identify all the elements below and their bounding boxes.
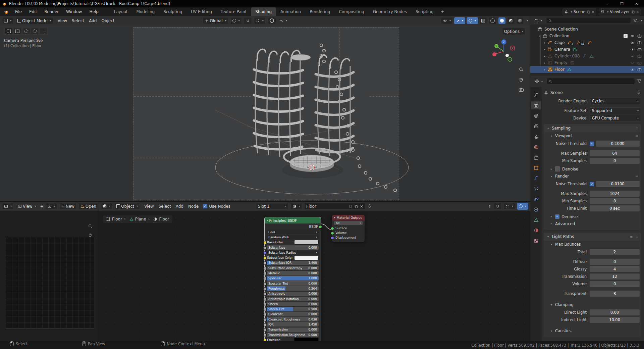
workspace-tab[interactable]: Sculpting [159, 7, 186, 16]
maximize-button[interactable]: ❐ [614, 0, 629, 7]
panel-header[interactable]: ▾Light Paths≡ ∷ [544, 233, 641, 241]
viewport-menu-item[interactable]: Object [99, 18, 117, 23]
expand-arrow[interactable]: ▸ [543, 48, 546, 51]
editor-type-button[interactable]: ▾ [2, 203, 14, 210]
proportional-editing-toggle[interactable] [268, 17, 276, 24]
proportional-falloff-dropdown[interactable]: ∿▾ [278, 17, 289, 24]
node-param-row[interactable]: Clearcoat Roughness 0.030 ▾ [267, 317, 319, 321]
chevron-down-icon[interactable]: ▾ [641, 19, 642, 22]
image-editor-grid[interactable] [6, 237, 94, 329]
value-field[interactable]: 0.1000 [596, 141, 640, 147]
slot-dropdown[interactable]: Slot 1▾ [256, 203, 288, 210]
go-parent-node-tree-icon[interactable] [487, 204, 492, 209]
disable-render-camera-icon[interactable] [637, 41, 642, 45]
camera-view-icon[interactable] [519, 87, 524, 92]
input-socket[interactable] [263, 298, 267, 301]
node-param-row[interactable]: Roughness 0.364 ▾ [267, 286, 319, 291]
show-object-types-dropdown[interactable]: ▾ [441, 17, 453, 24]
dropdown[interactable]: GPU Compute▾ [590, 115, 641, 121]
snap-toggle[interactable] [494, 203, 502, 210]
unlink-scene-icon[interactable]: × [592, 10, 594, 14]
outliner-row[interactable]: ▸ Floor ✓ [530, 66, 644, 73]
value-field[interactable]: 0 [590, 198, 640, 204]
shader-menu-item[interactable]: Node [186, 204, 201, 209]
view-layer-selector[interactable]: ▾ ViewLayer × [599, 8, 641, 15]
select-box-tool-button[interactable] [13, 28, 21, 35]
breadcrumb-item[interactable]: Floor [148, 217, 169, 221]
node-header[interactable]: ▾Principled BSDF [265, 217, 321, 223]
view-menu[interactable]: View▾ [16, 203, 38, 210]
pan-hand-icon[interactable] [519, 77, 524, 82]
hide-viewport-eye-icon[interactable] [630, 34, 635, 38]
hamburger-icon[interactable]: ≡ [40, 204, 44, 209]
node-header[interactable]: ▾Material Output [332, 215, 365, 220]
value-field[interactable]: 0 [590, 281, 640, 287]
gizmos-toggle[interactable]: ↗▾ [454, 17, 465, 24]
checkbox[interactable] [555, 166, 560, 171]
filter-icon[interactable] [633, 18, 638, 23]
workspace-tab[interactable]: Modeling [132, 7, 159, 16]
properties-tab[interactable] [531, 133, 541, 141]
disable-render-camera-icon[interactable] [637, 47, 642, 52]
node-param-row[interactable]: Specular Tint 0.000 ▾ [267, 281, 319, 286]
denoise-toggle-row[interactable]: ▸✓Denoise [544, 213, 641, 220]
workspace-tab[interactable]: Compositing [334, 7, 368, 16]
input-socket[interactable] [263, 251, 267, 255]
denoise-toggle-row[interactable]: ▸Denoise [544, 165, 641, 172]
close-button[interactable]: ✕ [629, 0, 644, 7]
input-socket[interactable] [331, 227, 334, 230]
material-name-field[interactable]: Floor × [304, 203, 365, 210]
mode-dropdown[interactable]: Object Mode▾ [15, 17, 53, 24]
menu-item[interactable]: Window [62, 7, 86, 16]
value-field[interactable]: 2 [590, 249, 640, 255]
editor-type-button[interactable]: ▾ [2, 17, 13, 24]
input-socket[interactable] [263, 318, 267, 321]
overlays-toggle[interactable]: ▾ [467, 17, 478, 24]
transform-orientation-dropdown[interactable]: Global▾ [203, 17, 228, 24]
menu-item[interactable]: Help [86, 7, 102, 16]
node-param-row[interactable]: Sheen 0.000 ▾ [267, 302, 319, 306]
fake-user-shield-icon[interactable] [348, 204, 353, 208]
blender-menu-icon[interactable] [0, 9, 11, 14]
properties-tab[interactable] [531, 205, 541, 213]
input-socket[interactable] [263, 272, 267, 275]
outliner-row[interactable]: ▾ Collection ✓ [530, 33, 644, 39]
unlink-material-icon[interactable]: × [360, 204, 363, 209]
overlays-toggle[interactable]: ▾ [517, 203, 528, 210]
input-socket[interactable] [263, 308, 267, 311]
zoom-icon[interactable] [88, 224, 93, 229]
properties-tab[interactable] [531, 226, 541, 234]
value-field[interactable]: 64 [590, 150, 640, 156]
checkbox[interactable]: ✓ [590, 142, 594, 146]
properties-tab[interactable] [531, 164, 541, 172]
input-socket[interactable] [263, 287, 267, 291]
viewport-menu-item[interactable]: Add [87, 18, 99, 23]
editor-type-button[interactable]: ▾ [533, 78, 545, 85]
workspace-tab[interactable]: Shading [251, 7, 276, 16]
advanced-row[interactable]: ▸Advanced [544, 220, 641, 227]
input-socket[interactable] [263, 303, 267, 306]
add-workspace-button[interactable]: + [438, 7, 447, 16]
input-socket[interactable] [263, 313, 267, 316]
breadcrumb-label[interactable]: Scene [550, 90, 563, 95]
node-param-row[interactable]: GGX ▾ [267, 230, 319, 234]
new-image-button[interactable]: +New [59, 203, 76, 210]
expand-arrow[interactable]: ▸ [543, 61, 546, 64]
input-socket[interactable] [331, 236, 334, 240]
value-field[interactable]: 1024 [590, 191, 640, 197]
node-param-row[interactable]: Subsurface Color ▾ [267, 255, 319, 260]
shading-dropdown[interactable]: ▾ [527, 19, 528, 22]
filter-icon[interactable] [637, 79, 642, 84]
dropdown[interactable]: Supported▾ [590, 107, 641, 114]
node-param-row[interactable]: Specular 1.000 ▾ [267, 276, 319, 281]
outliner-search-input[interactable] [546, 17, 631, 24]
color-swatch[interactable] [294, 240, 319, 245]
minimize-button[interactable]: – [600, 0, 614, 7]
properties-tab[interactable] [531, 91, 541, 99]
checkbox[interactable]: ✓ [555, 214, 559, 219]
viewport-canvas[interactable]: Camera Perspective (1) Collection | Floo… [0, 25, 530, 201]
subpanel-header[interactable]: ▾Caustics [544, 327, 641, 335]
checkbox[interactable]: ✓ [203, 204, 207, 208]
node-param-row[interactable]: Sheen Tint 0.500 ▾ [267, 307, 319, 311]
select-lasso-tool-button[interactable] [31, 28, 39, 35]
